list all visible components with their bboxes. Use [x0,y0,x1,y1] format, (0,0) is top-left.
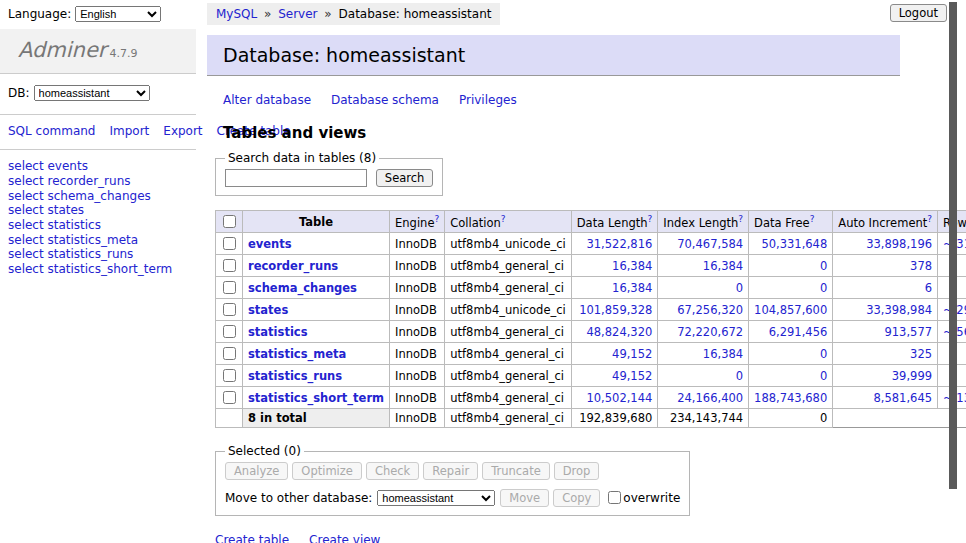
check-button[interactable]: Check [366,462,419,480]
sidebar-table-link[interactable]: select schema_changes [8,189,188,204]
analyze-button[interactable]: Analyze [225,462,288,480]
move-db-select[interactable]: homeassistant [377,490,495,506]
sidebar-table-link[interactable]: select statistics [8,218,188,233]
sidebar-action-link-import[interactable]: Import [109,124,149,138]
row-checkbox[interactable] [223,259,236,272]
engine-cell: InnoDB [390,365,445,387]
move-button[interactable]: Move [500,489,549,507]
breadcrumb-link-server[interactable]: Server [278,7,317,21]
overwrite-checkbox[interactable] [608,491,621,504]
table-name-cell: statistics_meta [243,343,390,365]
row-checkbox[interactable] [223,347,236,360]
db-action-link[interactable]: Privileges [459,93,517,107]
repair-button[interactable]: Repair [423,462,478,480]
index-length-cell: 24,166,400 [658,387,749,409]
sidebar-action-link-sql-command[interactable]: SQL command [8,124,95,138]
drop-button[interactable]: Drop [554,462,600,480]
table-name-link[interactable]: statistics_runs [248,369,342,383]
selected-fieldset: Selected (0) AnalyzeOptimizeCheckRepairT… [215,444,690,516]
collation-cell: utf8mb4_general_ci [445,321,572,343]
db-select[interactable]: homeassistant [34,85,150,101]
row-checkbox-cell [216,343,243,365]
collation-cell: utf8mb4_general_ci [445,387,572,409]
optimize-button[interactable]: Optimize [292,462,362,480]
db-action-link[interactable]: Database schema [331,93,439,107]
total-collation-cell: utf8mb4_general_ci [445,409,572,428]
column-help-icon[interactable]: ? [927,214,932,224]
total-label-cell: 8 in total [243,409,390,428]
sidebar-table-link[interactable]: select recorder_runs [8,174,188,189]
copy-button[interactable]: Copy [553,489,600,507]
data-length-cell: 31,522,816 [571,233,658,255]
row-checkbox-cell [216,387,243,409]
data-free-cell: 50,331,648 [749,233,833,255]
table-name-link[interactable]: statistics_short_term [248,391,384,405]
database-actions: Alter databaseDatabase schemaPrivileges [207,76,907,107]
table-name-cell: events [243,233,390,255]
table-row: schema_changesInnoDButf8mb4_general_ci16… [216,277,966,299]
db-action-link[interactable]: Alter database [223,93,311,107]
table-name-link[interactable]: states [248,303,288,317]
column-help-icon[interactable]: ? [648,214,653,224]
select-all-checkbox[interactable] [223,215,236,228]
row-checkbox[interactable] [223,281,236,294]
language-select[interactable]: English [75,6,161,22]
sidebar-table-link[interactable]: select statistics_short_term [8,262,188,277]
auto-increment-cell: 33,898,196 [833,233,938,255]
breadcrumb: MySQL » Server » Database: homeassistant [207,3,500,25]
row-checkbox[interactable] [223,325,236,338]
table-name-cell: statistics_short_term [243,387,390,409]
search-input[interactable] [225,169,367,187]
sidebar-action-link-export[interactable]: Export [163,124,202,138]
data-free-cell: 0 [749,277,833,299]
sidebar-actions: SQL commandImportExportCreate table [0,115,196,150]
truncate-button[interactable]: Truncate [482,462,550,480]
sidebar-table-link[interactable]: select statistics_meta [8,233,188,248]
language-row: Language:English [0,0,196,24]
table-row: statistics_short_termInnoDButf8mb4_gener… [216,387,966,409]
sidebar-table-link[interactable]: select states [8,203,188,218]
row-checkbox[interactable] [223,369,236,382]
footer-link-create-table[interactable]: Create table [215,533,289,543]
table-name-link[interactable]: recorder_runs [248,259,338,273]
auto-increment-cell: 378 [833,255,938,277]
search-button[interactable]: Search [376,169,434,187]
footer-link-create-view[interactable]: Create view [309,533,380,543]
app-logo[interactable]: Adminer [18,38,106,62]
table-name-link[interactable]: statistics [248,325,308,339]
table-name-cell: schema_changes [243,277,390,299]
auto-increment-cell: 325 [833,343,938,365]
collation-cell: utf8mb4_general_ci [445,255,572,277]
selected-legend: Selected (0) [225,444,304,458]
row-checkbox[interactable] [223,391,236,404]
row-checkbox-cell [216,365,243,387]
data-length-cell: 101,859,328 [571,299,658,321]
column-help-icon[interactable]: ? [501,214,506,224]
column-help-icon[interactable]: ? [434,214,439,224]
data-length-cell: 48,824,320 [571,321,658,343]
column-help-icon[interactable]: ? [738,214,743,224]
index-length-cell: 0 [658,365,749,387]
column-header-table: Table [243,211,390,233]
row-checkbox[interactable] [223,303,236,316]
sidebar-table-link[interactable]: select events [8,159,188,174]
breadcrumb-separator: » [321,7,336,21]
table-name-link[interactable]: statistics_meta [248,347,346,361]
table-name-link[interactable]: events [248,237,292,251]
breadcrumb-current: Database: homeassistant [339,7,492,21]
row-checkbox-cell [216,321,243,343]
auto-increment-cell: 39,999 [833,365,938,387]
sidebar-table-link[interactable]: select statistics_runs [8,247,188,262]
table-name-link[interactable]: schema_changes [248,281,357,295]
logout-button[interactable]: Logout [890,4,947,22]
data-free-cell: 0 [749,343,833,365]
vertical-scrollbar-thumb[interactable] [949,2,957,489]
breadcrumb-link-mysql[interactable]: MySQL [216,7,257,21]
index-length-cell: 67,256,320 [658,299,749,321]
row-checkbox[interactable] [223,237,236,250]
index-length-cell: 70,467,584 [658,233,749,255]
table-total-row: 8 in totalInnoDButf8mb4_general_ci192,83… [216,409,966,428]
data-free-cell: 6,291,456 [749,321,833,343]
sidebar-table-links: select eventsselect recorder_runsselect … [0,150,196,285]
column-help-icon[interactable]: ? [810,214,815,224]
